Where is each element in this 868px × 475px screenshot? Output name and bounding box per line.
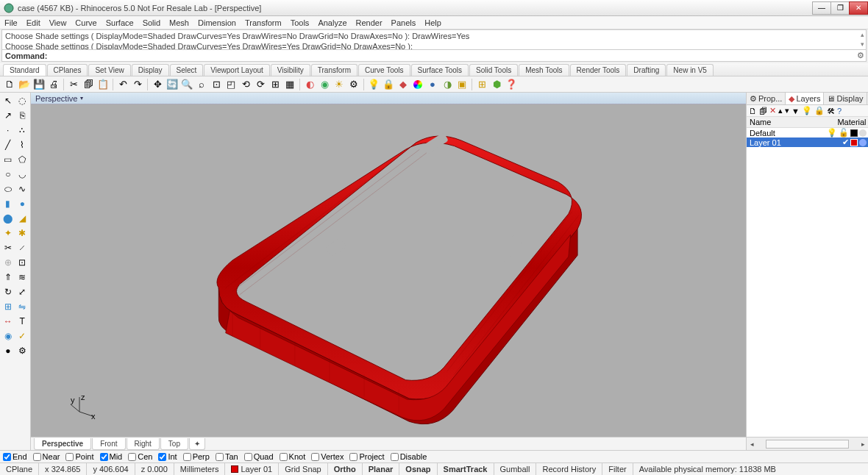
- zoom-extents-icon[interactable]: ⊡: [210, 78, 223, 91]
- scroll-track[interactable]: [766, 440, 849, 449]
- layer-bulb-icon[interactable]: 💡: [802, 106, 812, 115]
- hide-icon[interactable]: 💡: [367, 78, 380, 91]
- osnap-perp[interactable]: Perp: [183, 452, 210, 461]
- osnap-end[interactable]: End: [3, 452, 27, 461]
- scroll-left-icon[interactable]: ◂: [747, 440, 757, 448]
- sphere-icon[interactable]: ●: [16, 197, 29, 210]
- rect-icon[interactable]: ▭: [1, 153, 15, 166]
- rotate-icon[interactable]: ↻: [1, 285, 15, 299]
- osnap-tan[interactable]: Tan: [216, 452, 238, 461]
- text-icon[interactable]: T: [16, 315, 29, 328]
- layer-row-default[interactable]: Default 💡 🔓: [747, 128, 868, 138]
- check-icon[interactable]: ✔: [842, 138, 849, 147]
- extrude-icon[interactable]: ⇑: [1, 271, 15, 284]
- maximize-button[interactable]: ❐: [830, 1, 850, 15]
- options-icon[interactable]: ☀: [332, 78, 346, 91]
- render2-icon[interactable]: ●: [1, 344, 15, 357]
- shade-icon[interactable]: ◐: [303, 78, 316, 91]
- ellipse-icon[interactable]: ⬭: [1, 182, 15, 196]
- layer-row-layer01[interactable]: Layer 01 ✔: [747, 138, 868, 147]
- points-icon[interactable]: ∴: [16, 124, 29, 137]
- menu-view[interactable]: View: [49, 18, 67, 27]
- point-icon[interactable]: ·: [1, 124, 15, 137]
- panel-tab-layers[interactable]: ◆Layers: [786, 93, 824, 104]
- status-units[interactable]: Millimeters: [174, 463, 226, 475]
- named-views-icon[interactable]: ▣: [455, 78, 469, 91]
- layers-icon[interactable]: ◆: [396, 78, 410, 91]
- group-icon[interactable]: ⊡: [16, 256, 29, 269]
- material-swatch[interactable]: [859, 129, 867, 137]
- lasso-icon[interactable]: ◌: [16, 94, 29, 107]
- lock-icon[interactable]: 🔒: [382, 78, 395, 91]
- osnap-project[interactable]: Project: [349, 452, 384, 461]
- bulb-icon[interactable]: 💡: [827, 128, 837, 138]
- render-icon[interactable]: ◉: [318, 78, 331, 91]
- copy-obj-icon[interactable]: ⎘: [16, 109, 29, 122]
- panel-tab-display[interactable]: 🖥Display: [824, 93, 867, 104]
- status-filter[interactable]: Filter: [602, 463, 633, 475]
- undo-icon[interactable]: ↶: [116, 78, 129, 91]
- show-toolbar-icon[interactable]: ⊞: [475, 78, 488, 91]
- analyze-icon[interactable]: ✓: [16, 329, 29, 343]
- osnap-disable[interactable]: Disable: [391, 452, 427, 461]
- paste-icon[interactable]: 📋: [96, 78, 110, 91]
- cylinder-icon[interactable]: ⬤: [1, 212, 15, 225]
- layer-tools-icon[interactable]: 🛠: [827, 107, 835, 115]
- move-up-icon[interactable]: ▴: [778, 106, 783, 115]
- status-smarttrack[interactable]: SmartTrack: [438, 463, 494, 475]
- split-icon[interactable]: ⟋: [16, 241, 29, 254]
- delete-layer-icon[interactable]: ✕: [769, 106, 776, 115]
- dropdown-icon[interactable]: ▾: [80, 95, 83, 101]
- layer-lock-icon[interactable]: 🔒: [814, 106, 825, 115]
- viewport-title-bar[interactable]: Perspective ▾: [31, 93, 746, 104]
- boolean-icon[interactable]: ◉: [1, 329, 15, 343]
- new-layer-icon[interactable]: 🗋: [749, 107, 757, 115]
- cone-icon[interactable]: ◢: [16, 212, 29, 225]
- scroll-down-icon[interactable]: ▾: [861, 40, 864, 49]
- tab-render-tools[interactable]: Render Tools: [570, 64, 627, 76]
- polyline-icon[interactable]: ⌇: [16, 138, 29, 151]
- menu-surface[interactable]: Surface: [106, 18, 134, 27]
- scale-icon[interactable]: ⤢: [16, 285, 29, 299]
- view-tab-add[interactable]: ✦: [189, 438, 205, 450]
- new-sublayer-icon[interactable]: 🗐: [759, 107, 767, 115]
- circle-icon[interactable]: ○: [1, 168, 15, 181]
- command-options-icon[interactable]: ⚙: [857, 51, 864, 60]
- osnap-near[interactable]: Near: [33, 452, 60, 461]
- zoom-window-icon[interactable]: ⌕: [195, 78, 208, 91]
- tab-surface-tools[interactable]: Surface Tools: [411, 64, 469, 76]
- color-swatch[interactable]: [850, 129, 858, 137]
- tab-solid-tools[interactable]: Solid Tools: [469, 64, 518, 76]
- polygon-icon[interactable]: ⬠: [16, 153, 29, 166]
- menu-edit[interactable]: Edit: [26, 18, 40, 27]
- menu-render[interactable]: Render: [356, 18, 383, 27]
- mirror-icon[interactable]: ⇋: [16, 300, 29, 313]
- zoom-icon[interactable]: 🔍: [180, 78, 193, 91]
- move-icon[interactable]: ↗: [1, 109, 15, 122]
- arc-icon[interactable]: ◡: [16, 168, 29, 181]
- filter-icon[interactable]: ▼: [791, 107, 800, 115]
- settings-icon[interactable]: ⚙: [16, 344, 29, 357]
- tab-new-v5[interactable]: New in V5: [666, 64, 714, 76]
- tab-transform[interactable]: Transform: [311, 64, 357, 76]
- minimize-button[interactable]: —: [812, 1, 831, 15]
- print-icon[interactable]: 🖨: [47, 78, 60, 91]
- new-icon[interactable]: 🗋: [3, 78, 16, 91]
- menu-dimension[interactable]: Dimension: [198, 18, 236, 27]
- menu-panels[interactable]: Panels: [391, 18, 416, 27]
- zoom-selected-icon[interactable]: ◰: [224, 78, 238, 91]
- menu-solid[interactable]: Solid: [143, 18, 160, 27]
- tab-display[interactable]: Display: [132, 64, 169, 76]
- edit-pt-icon[interactable]: ✦: [1, 226, 15, 240]
- col-name[interactable]: Name: [747, 118, 836, 126]
- status-gumball[interactable]: Gumball: [494, 463, 537, 475]
- osnap-vertex[interactable]: Vertex: [311, 452, 344, 461]
- dim-icon[interactable]: ↔: [1, 315, 15, 328]
- material-icon[interactable]: ●: [426, 78, 439, 91]
- view-tab-front[interactable]: Front: [92, 438, 125, 450]
- scroll-right-icon[interactable]: ▸: [858, 440, 868, 448]
- status-ortho[interactable]: Ortho: [328, 463, 363, 475]
- pointer-icon[interactable]: ↖: [1, 94, 15, 107]
- menu-analyze[interactable]: Analyze: [318, 18, 346, 27]
- array-icon[interactable]: ⊞: [1, 300, 15, 313]
